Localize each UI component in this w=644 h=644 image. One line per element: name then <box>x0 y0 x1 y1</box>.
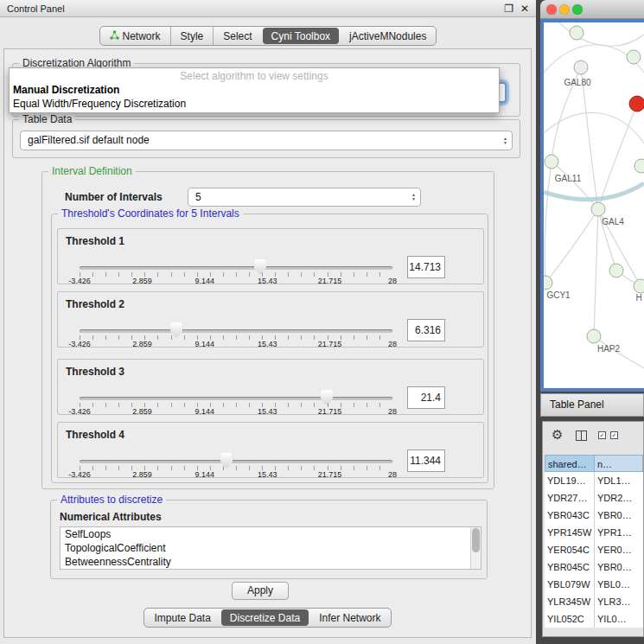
table-row[interactable]: YBL079WYBL0… <box>545 576 643 593</box>
table-cell[interactable]: YBR045C <box>545 558 595 576</box>
select-all-checkbox-icon[interactable]: ✓ <box>598 431 606 439</box>
zoom-traffic-light-icon[interactable] <box>572 4 583 15</box>
table-row[interactable]: YBR043CYBR0… <box>545 507 643 524</box>
table-cell[interactable]: YPR145W <box>545 524 595 541</box>
table-cell[interactable]: YBR0… <box>595 507 643 524</box>
network-node[interactable] <box>629 96 644 112</box>
slider-scale-labels: -3.4262.8599.14415.4321.71528 <box>80 407 392 416</box>
network-edge[interactable] <box>544 112 644 143</box>
network-node[interactable] <box>634 159 644 173</box>
dropdown-option[interactable]: Manual Discretization <box>10 83 499 97</box>
table-cell[interactable]: YBR043C <box>545 507 595 524</box>
network-edge[interactable] <box>581 67 598 209</box>
network-edge[interactable] <box>545 209 598 283</box>
network-edge[interactable] <box>545 162 552 283</box>
threshold-label: Threshold 3 <box>66 366 124 378</box>
table-cell[interactable]: YLR3… <box>595 593 643 610</box>
table-row[interactable]: YPR145WYPR1… <box>545 524 643 541</box>
group-title: Interval Definition <box>48 165 136 177</box>
tab-discretize-data[interactable]: Discretize Data <box>221 609 309 626</box>
network-window-titlebar[interactable] <box>540 0 644 19</box>
tab-network[interactable]: Network <box>100 27 170 45</box>
dropdown-option[interactable]: Equal Width/Frequency Discretization <box>10 97 499 111</box>
network-node-gal80[interactable] <box>574 61 588 74</box>
network-node-hap2[interactable] <box>587 329 601 343</box>
threshold-value-field[interactable]: 21.4 <box>407 386 445 409</box>
tab-style[interactable]: Style <box>170 27 214 45</box>
table-cell[interactable]: YDR27… <box>545 489 595 507</box>
table-row[interactable]: YDR27…YDR2… <box>545 489 643 507</box>
threshold-value-field[interactable]: 6.316 <box>407 319 445 341</box>
minimize-traffic-light-icon[interactable] <box>559 4 570 15</box>
table-cell[interactable]: YIL052C <box>545 610 595 628</box>
column-header[interactable]: n… <box>595 455 643 472</box>
table-panel-titlebar[interactable]: Table Panel <box>540 393 644 417</box>
table-cell[interactable]: YDR2… <box>595 489 643 507</box>
network-edge[interactable] <box>544 183 644 200</box>
table-cell[interactable]: YLR345W <box>545 593 595 610</box>
network-node-gcy1[interactable] <box>544 276 552 290</box>
table-row[interactable]: YIL052CYIL0… <box>545 610 643 628</box>
network-node-gal11[interactable] <box>545 155 558 169</box>
interval-definition-group: Interval Definition Number of Intervals … <box>41 171 494 489</box>
float-window-icon[interactable]: ❐ <box>504 3 513 15</box>
number-of-intervals-combobox[interactable]: 5 ▲▼ <box>188 188 421 207</box>
network-node-label: HAP2 <box>597 344 621 354</box>
table-cell[interactable]: YBL079W <box>545 576 595 593</box>
table-cell[interactable]: YIL0… <box>595 610 643 628</box>
scale-label: -3.426 <box>68 277 91 285</box>
close-window-icon[interactable]: ✕ <box>520 3 529 15</box>
select-none-checkbox-icon[interactable]: ✓ <box>610 431 618 439</box>
network-node[interactable] <box>570 26 583 40</box>
number-of-intervals-label: Number of Intervals <box>65 191 163 203</box>
scale-label: 21.715 <box>318 470 342 479</box>
slider-scale-labels: -3.4262.8599.14415.4321.71528 <box>80 470 392 479</box>
tab-cyni-toolbox[interactable]: Cyni Toolbox <box>263 28 339 44</box>
tab-impute-data[interactable]: Impute Data <box>144 609 220 627</box>
network-node[interactable] <box>609 264 623 277</box>
table-data-combobox[interactable]: galFiltered.sif default node ▲▼ <box>20 131 513 150</box>
attribute-list-item[interactable]: SelfLoops <box>61 527 481 541</box>
threshold-slider-track[interactable] <box>80 266 392 270</box>
network-node[interactable] <box>627 50 641 64</box>
attribute-list-item[interactable]: BetweennessCentrality <box>61 555 481 569</box>
table-cell[interactable]: YPR1… <box>595 524 643 541</box>
dropdown-placeholder: Select algorithm to view settings <box>10 69 499 83</box>
tab-infer-network[interactable]: Infer Network <box>309 609 390 627</box>
tab-jactivemnodules[interactable]: jActiveMNodules <box>340 27 436 45</box>
table-row[interactable]: YDL19…YDL1… <box>545 472 643 489</box>
gear-icon[interactable]: ⚙ <box>552 427 563 443</box>
table-row[interactable]: YBR045CYBR0… <box>545 558 643 576</box>
columns-icon[interactable] <box>576 430 587 441</box>
network-node-h[interactable] <box>634 279 644 293</box>
attribute-list-item[interactable]: TopologicalCoefficient <box>61 541 481 555</box>
table-cell[interactable]: YBR0… <box>595 558 643 576</box>
table-cell[interactable]: YER0… <box>595 541 643 558</box>
table-cell[interactable]: YBL0… <box>595 576 643 593</box>
control-panel-titlebar[interactable]: Control Panel ❐ ✕ <box>0 0 536 17</box>
threshold-slider-track[interactable] <box>80 460 392 463</box>
tab-select[interactable]: Select <box>213 27 261 45</box>
network-edge[interactable] <box>594 209 598 336</box>
table-row[interactable]: YER054CYER0… <box>545 541 643 558</box>
apply-button[interactable]: Apply <box>232 582 289 600</box>
scale-label: 28 <box>388 340 397 348</box>
table-cell[interactable]: YDL19… <box>545 472 595 489</box>
table-row[interactable]: YLR345WYLR3… <box>545 593 643 610</box>
scale-label: -3.426 <box>68 407 91 416</box>
network-node-gal4[interactable] <box>591 202 605 216</box>
network-canvas[interactable]: GAL80GAL11GAL4GCY1HAP2H <box>544 22 644 388</box>
threshold-slider-track[interactable] <box>80 397 392 400</box>
scrollbar-thumb[interactable] <box>472 528 480 552</box>
table-cell[interactable]: YER054C <box>545 541 595 558</box>
network-edge[interactable] <box>552 162 598 209</box>
close-traffic-light-icon[interactable] <box>546 4 557 15</box>
attributes-list-scrollbar[interactable] <box>470 527 481 569</box>
node-table: shared…n…YDL19…YDL1…YDR27…YDR2…YBR043CYB… <box>545 455 643 628</box>
threshold-value-field[interactable]: 11.344 <box>407 450 445 472</box>
threshold-slider-track[interactable] <box>80 329 392 333</box>
threshold-value-field[interactable]: 14.713 <box>407 256 445 278</box>
table-cell[interactable]: YDL1… <box>595 472 643 489</box>
attributes-to-discretize-group: Attributes to discretize Numerical Attri… <box>50 500 488 579</box>
column-header[interactable]: shared… <box>545 455 595 472</box>
